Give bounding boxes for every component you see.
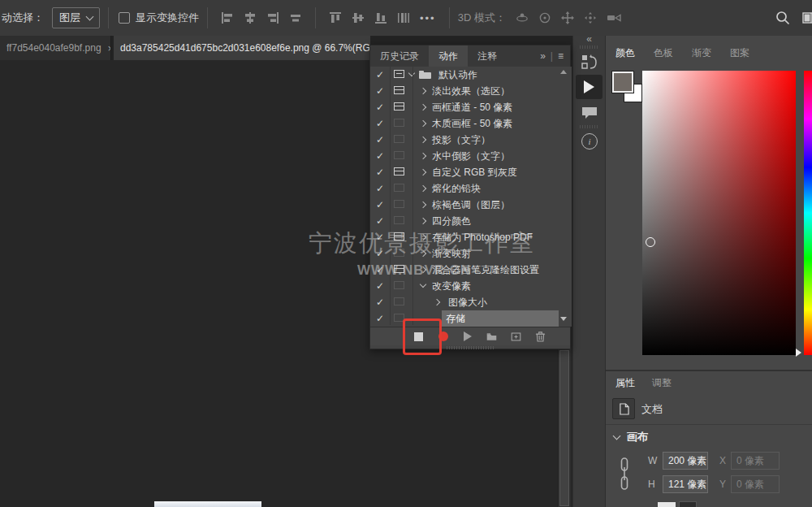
- expand-chevron-icon[interactable]: [420, 153, 426, 159]
- document-tab[interactable]: ff7d54e040afe9bf.png ×: [0, 36, 111, 60]
- section-chevron-down-icon[interactable]: [613, 432, 621, 440]
- action-enabled-check[interactable]: ✓: [376, 310, 384, 327]
- expand-chevron-icon[interactable]: [420, 136, 426, 143]
- expand-chevron-icon[interactable]: [408, 70, 415, 76]
- dialog-toggle-icon[interactable]: [394, 281, 404, 289]
- dialog-toggle-icon[interactable]: [394, 119, 404, 127]
- height-input[interactable]: 121 像素: [663, 475, 708, 493]
- expand-chevron-icon[interactable]: [420, 281, 426, 288]
- workspace-switcher-icon[interactable]: [802, 12, 812, 24]
- action-row[interactable]: ✓存储为 Photoshop PDF: [370, 229, 572, 245]
- action-row[interactable]: ✓投影（文字）: [370, 132, 572, 148]
- scroll-down-arrow-icon[interactable]: [560, 317, 567, 321]
- action-row[interactable]: ✓渐变映射: [370, 245, 572, 262]
- new-set-button[interactable]: [486, 332, 497, 342]
- action-row[interactable]: ✓淡出效果（选区）: [370, 83, 572, 99]
- action-row[interactable]: ✓四分颜色: [370, 213, 572, 229]
- dialog-toggle-icon[interactable]: [394, 200, 404, 208]
- info-panel-icon[interactable]: i: [581, 133, 598, 150]
- scrollbar-thumb[interactable]: [559, 350, 569, 506]
- align-bottom-edges-icon[interactable]: [374, 11, 387, 24]
- new-action-button[interactable]: [511, 332, 521, 342]
- tab-patterns[interactable]: 图案: [730, 46, 749, 60]
- document-tab-active[interactable]: dd3a785425d41d675bc2d031e608ef6e.png @ 6…: [114, 36, 370, 60]
- dock-grip[interactable]: [580, 46, 598, 49]
- action-row[interactable]: ✓混合器画笔克隆绘图设置: [370, 262, 572, 278]
- dialog-toggle-icon[interactable]: [394, 249, 404, 257]
- expand-chevron-icon[interactable]: [420, 234, 426, 240]
- tab-gradients[interactable]: 渐变: [692, 46, 711, 60]
- align-left-edges-icon[interactable]: [221, 11, 234, 24]
- dialog-toggle-icon[interactable]: [394, 232, 404, 240]
- collapse-panel-icon[interactable]: »: [540, 50, 546, 62]
- dolly-3d-camera-icon[interactable]: [607, 11, 623, 24]
- action-row[interactable]: ✓图像大小: [370, 294, 572, 310]
- roll-3d-camera-icon[interactable]: [538, 11, 551, 24]
- tab-swatches[interactable]: 色板: [654, 46, 673, 60]
- link-dimensions-icon[interactable]: [619, 457, 630, 494]
- action-row[interactable]: ✓熔化的铅块: [370, 180, 572, 197]
- tab-history[interactable]: 历史记录: [370, 46, 429, 67]
- canvas-extension-swatch[interactable]: [679, 501, 697, 507]
- dialog-toggle-icon[interactable]: [394, 86, 404, 94]
- expand-chevron-icon[interactable]: [420, 185, 426, 192]
- tab-properties[interactable]: 属性: [615, 376, 635, 390]
- action-enabled-check[interactable]: ✓: [376, 164, 384, 180]
- play-button[interactable]: [462, 332, 473, 342]
- dock-grip[interactable]: [580, 125, 598, 128]
- expand-chevron-icon[interactable]: [420, 169, 426, 176]
- action-row[interactable]: ✓棕褐色调（图层）: [370, 197, 572, 213]
- slide-3d-camera-icon[interactable]: [584, 11, 597, 24]
- expand-chevron-icon[interactable]: [434, 299, 440, 306]
- action-enabled-check[interactable]: ✓: [376, 262, 384, 278]
- x-input[interactable]: 0 像素: [731, 452, 780, 470]
- tab-color[interactable]: 颜色: [615, 46, 635, 60]
- action-enabled-check[interactable]: ✓: [376, 180, 384, 197]
- more-options-icon[interactable]: •••: [420, 12, 436, 24]
- dialog-toggle-icon[interactable]: [394, 184, 404, 192]
- panel-menu-icon[interactable]: ≡: [558, 50, 564, 62]
- distribute-vertical-icon[interactable]: [397, 11, 410, 24]
- notes-panel-icon[interactable]: [581, 106, 598, 120]
- action-row[interactable]: ✓默认动作: [370, 67, 572, 83]
- canvas-extension-swatch[interactable]: [658, 502, 676, 507]
- dialog-toggle-icon[interactable]: [394, 265, 404, 273]
- dialog-toggle-icon[interactable]: [394, 297, 404, 306]
- show-transform-checkbox[interactable]: [119, 12, 130, 24]
- foreground-color-swatch[interactable]: [612, 72, 633, 93]
- align-vertical-centers-icon[interactable]: [352, 11, 365, 24]
- hue-slider-pointer[interactable]: [796, 349, 801, 357]
- panel-resize-grip[interactable]: [447, 346, 494, 349]
- action-row[interactable]: ✓存储: [370, 310, 572, 327]
- action-row[interactable]: ✓改变像素: [370, 278, 572, 294]
- history-panel-icon[interactable]: [581, 54, 598, 72]
- action-enabled-check[interactable]: ✓: [376, 148, 384, 164]
- saturation-brightness-field[interactable]: [642, 71, 796, 355]
- distribute-horizontal-icon[interactable]: [289, 11, 302, 24]
- orbit-3d-camera-icon[interactable]: [516, 11, 529, 24]
- search-icon[interactable]: [775, 10, 791, 26]
- expand-chevron-icon[interactable]: [420, 266, 426, 273]
- action-enabled-check[interactable]: ✓: [376, 229, 384, 245]
- auto-select-dropdown[interactable]: 图层: [52, 7, 100, 28]
- width-input[interactable]: 200 像素: [663, 452, 708, 470]
- dialog-toggle-icon[interactable]: [394, 151, 404, 159]
- dialog-toggle-icon[interactable]: [394, 135, 404, 143]
- tab-notes[interactable]: 注释: [468, 46, 507, 67]
- align-top-edges-icon[interactable]: [329, 11, 342, 24]
- collapse-dock-icon[interactable]: «: [573, 33, 605, 45]
- y-input[interactable]: 0 像素: [731, 475, 780, 493]
- action-enabled-check[interactable]: ✓: [376, 99, 384, 115]
- color-field-cursor[interactable]: [646, 237, 655, 247]
- action-row[interactable]: ✓水中倒影（文字）: [370, 148, 572, 164]
- pan-3d-camera-icon[interactable]: [561, 11, 574, 24]
- dialog-toggle-icon[interactable]: [394, 70, 404, 78]
- expand-chevron-icon[interactable]: [420, 218, 426, 224]
- expand-chevron-icon[interactable]: [420, 250, 426, 257]
- delete-button[interactable]: [535, 332, 546, 342]
- action-row[interactable]: ✓画框通道 - 50 像素: [370, 99, 572, 115]
- action-row[interactable]: ✓自定义 RGB 到灰度: [370, 164, 572, 180]
- align-right-edges-icon[interactable]: [266, 11, 279, 24]
- expand-chevron-icon[interactable]: [420, 88, 426, 94]
- action-enabled-check[interactable]: ✓: [376, 115, 384, 132]
